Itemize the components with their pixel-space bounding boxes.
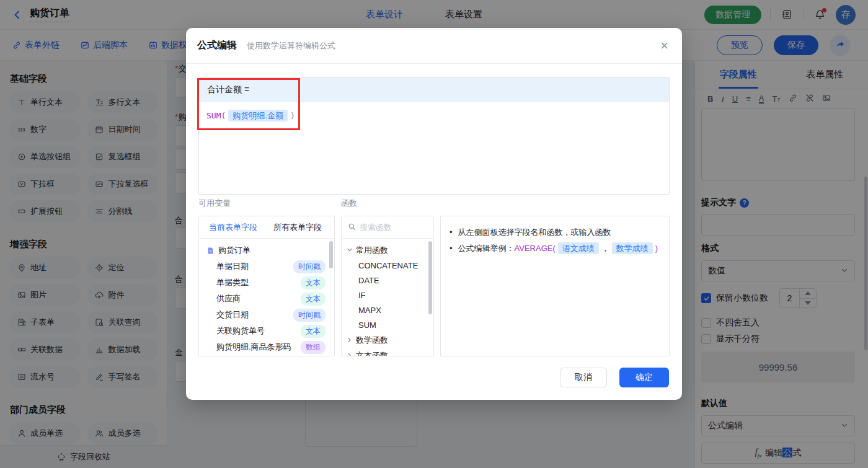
help-example: • 公式编辑举例：AVERAGE(语文成绩，数学成绩) xyxy=(450,241,660,257)
functions-label: 函数 xyxy=(341,198,357,209)
function-group-math[interactable]: 数学函数 xyxy=(342,332,433,348)
formula-editor[interactable]: 合计金额 = SUM(购货明细.金额) xyxy=(198,77,670,195)
help-tip-text: 从左侧面板选择字段名和函数，或输入函数 xyxy=(458,224,611,241)
confirm-button[interactable]: 确定 xyxy=(619,368,669,387)
close-icon[interactable]: × xyxy=(660,39,668,53)
variable-name: 单据日期 xyxy=(216,261,249,272)
variable-name: 交货日期 xyxy=(216,309,249,320)
type-badge: 时间戳 xyxy=(293,260,326,273)
example-function: AVERAGE( xyxy=(515,244,556,253)
functions-scrollbar[interactable] xyxy=(428,241,432,314)
variable-name: 购货明细.商品条形码 xyxy=(216,342,291,353)
variable-name: 关联购货单号 xyxy=(216,325,265,337)
help-example-text: 公式编辑举例：AVERAGE(语文成绩，数学成绩) xyxy=(458,241,658,257)
tab-all-form-fields[interactable]: 所有表单字段 xyxy=(273,222,322,233)
type-badge: 数组 xyxy=(301,341,326,354)
variables-tree: 购货订单 单据日期时间戳 单据类型文本 供应商文本 交货日期时间戳 关联购货单号… xyxy=(199,239,334,355)
function-group-text[interactable]: 文本函数 xyxy=(342,348,433,356)
variable-field-row[interactable]: 单据日期时间戳 xyxy=(199,258,334,275)
bullet: • xyxy=(450,241,453,257)
formula-edit-dialog: 公式编辑 使用数学运算符编辑公式 × 合计金额 = SUM(购货明细.金额) 可… xyxy=(186,28,682,400)
formula-field-pill[interactable]: 购货明细.金额 xyxy=(228,110,288,121)
caret-right-icon xyxy=(345,337,355,343)
variable-field-row[interactable]: 关联购货单号文本 xyxy=(199,323,334,339)
formula-target-row: 合计金额 = xyxy=(199,77,669,102)
function-search-input[interactable] xyxy=(360,223,427,232)
functions-panel: 常用函数 CONCATENATE DATE IF MAPX SUM 数学函数 文… xyxy=(341,216,434,356)
help-tip: • 从左侧面板选择字段名和函数，或输入函数 xyxy=(450,224,660,241)
caret-right-icon xyxy=(345,353,355,357)
caret-down-icon xyxy=(347,245,353,255)
variable-field-row[interactable]: 购货明细.商品条形码数组 xyxy=(199,339,334,355)
formula-close-paren: ) xyxy=(290,111,295,120)
tree-root-label: 购货订单 xyxy=(218,245,250,256)
function-item[interactable]: DATE xyxy=(342,273,433,288)
example-close-paren: ) xyxy=(655,244,658,253)
function-search xyxy=(342,216,433,239)
dialog-subtitle: 使用数学运算符编辑公式 xyxy=(247,40,335,51)
type-badge: 文本 xyxy=(301,276,326,289)
variable-field-row[interactable]: 供应商文本 xyxy=(199,291,334,307)
search-icon xyxy=(348,222,356,233)
variable-field-row[interactable]: 单据类型文本 xyxy=(199,275,334,291)
type-badge: 时间戳 xyxy=(293,309,326,322)
bullet: • xyxy=(450,224,453,241)
dialog-header: 公式编辑 使用数学运算符编辑公式 × xyxy=(186,28,682,64)
type-badge: 文本 xyxy=(301,325,326,338)
variables-scrollbar[interactable] xyxy=(329,241,333,268)
app-window: 购货订单 表单设计 表单设置 数据管理 存 表单外链 xyxy=(0,0,868,468)
variables-tabs: 当前表单字段 所有表单字段 xyxy=(199,216,334,239)
tree-root-form[interactable]: 购货订单 xyxy=(199,242,334,258)
function-item[interactable]: CONCATENATE xyxy=(342,258,433,273)
variables-panel: 当前表单字段 所有表单字段 购货订单 单据日期时间戳 单据类型文本 供应商文本 … xyxy=(198,216,335,356)
example-prefix: 公式编辑举例： xyxy=(458,244,515,253)
tab-current-form-fields[interactable]: 当前表单字段 xyxy=(209,222,257,233)
function-group-label: 文本函数 xyxy=(356,350,388,357)
example-field-pill: 语文成绩 xyxy=(558,242,599,254)
type-badge: 文本 xyxy=(301,293,326,306)
variable-name: 供应商 xyxy=(216,293,241,304)
example-comma: ， xyxy=(601,244,609,253)
variable-name: 单据类型 xyxy=(216,277,249,288)
variables-label: 可用变量 xyxy=(198,198,231,209)
form-doc-icon xyxy=(206,247,215,255)
formula-target-text: 合计金额 = xyxy=(207,84,249,95)
function-item[interactable]: IF xyxy=(342,288,433,302)
function-group-label: 数学函数 xyxy=(356,335,388,346)
function-group-common[interactable]: 常用函数 xyxy=(342,242,433,258)
help-panel: • 从左侧面板选择字段名和函数，或输入函数 • 公式编辑举例：AVERAGE(语… xyxy=(440,216,670,356)
function-item[interactable]: SUM xyxy=(342,317,433,332)
formula-function: SUM( xyxy=(206,111,226,120)
function-group-label: 常用函数 xyxy=(356,245,388,256)
example-field-pill: 数学成绩 xyxy=(612,242,653,254)
formula-expression[interactable]: SUM(购货明细.金额) xyxy=(199,102,669,130)
variable-field-row[interactable]: 交货日期时间戳 xyxy=(199,307,334,323)
function-list: 常用函数 CONCATENATE DATE IF MAPX SUM 数学函数 文… xyxy=(342,239,433,356)
cancel-button[interactable]: 取消 xyxy=(560,368,607,387)
function-item[interactable]: MAPX xyxy=(342,302,433,317)
dialog-title: 公式编辑 xyxy=(197,39,237,52)
